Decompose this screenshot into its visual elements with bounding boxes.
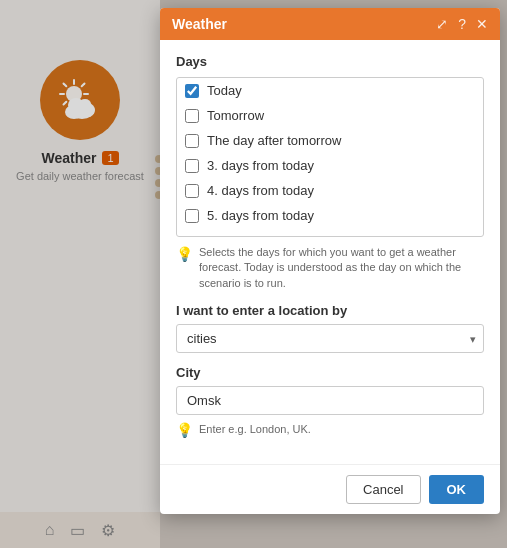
days-hint-icon: 💡 — [176, 246, 193, 262]
dialog-title: Weather — [172, 16, 227, 32]
dialog-footer: Cancel OK — [160, 464, 500, 514]
location-label: I want to enter a location by — [176, 303, 484, 318]
days-label: Days — [176, 54, 484, 69]
dialog-body: Days Today Tomorrow The day after tomorr… — [160, 40, 500, 464]
checkbox-4days-label: 4. days from today — [207, 183, 314, 198]
checkbox-tomorrow-label: Tomorrow — [207, 108, 264, 123]
city-section: City 💡 Enter e.g. London, UK. — [176, 365, 484, 438]
cancel-button[interactable]: Cancel — [346, 475, 420, 504]
location-select-wrapper: cities coordinates zip code ▾ — [176, 324, 484, 353]
city-hint-text: Enter e.g. London, UK. — [199, 422, 311, 437]
location-select[interactable]: cities coordinates zip code — [176, 324, 484, 353]
checkbox-item-today[interactable]: Today — [177, 78, 483, 103]
checkbox-5days[interactable] — [185, 209, 199, 223]
days-hint-row: 💡 Selects the days for which you want to… — [176, 245, 484, 291]
days-hint-text: Selects the days for which you want to g… — [199, 245, 484, 291]
checkbox-tomorrow[interactable] — [185, 109, 199, 123]
checkbox-item-3days[interactable]: 3. days from today — [177, 153, 483, 178]
checkbox-4days[interactable] — [185, 184, 199, 198]
checkbox-today[interactable] — [185, 84, 199, 98]
checkbox-today-label: Today — [207, 83, 242, 98]
checkbox-day-after-label: The day after tomorrow — [207, 133, 341, 148]
city-label: City — [176, 365, 484, 380]
close-icon[interactable]: ✕ — [476, 16, 488, 32]
checkbox-item-tomorrow[interactable]: Tomorrow — [177, 103, 483, 128]
expand-icon[interactable]: ⤢ — [436, 16, 448, 32]
checkbox-item-5days[interactable]: 5. days from today — [177, 203, 483, 228]
checkbox-day-after[interactable] — [185, 134, 199, 148]
city-hint-row: 💡 Enter e.g. London, UK. — [176, 421, 484, 438]
dialog-header-icons: ⤢ ? ✕ — [436, 16, 488, 32]
dialog-header: Weather ⤢ ? ✕ — [160, 8, 500, 40]
ok-button[interactable]: OK — [429, 475, 485, 504]
checkbox-3days[interactable] — [185, 159, 199, 173]
checkbox-item-day-after[interactable]: The day after tomorrow — [177, 128, 483, 153]
city-input[interactable] — [176, 386, 484, 415]
checkbox-3days-label: 3. days from today — [207, 158, 314, 173]
days-section: Days Today Tomorrow The day after tomorr… — [176, 54, 484, 291]
checkbox-5days-label: 5. days from today — [207, 208, 314, 223]
checkbox-item-4days[interactable]: 4. days from today — [177, 178, 483, 203]
help-icon[interactable]: ? — [458, 16, 466, 32]
city-hint-icon: 💡 — [176, 422, 193, 438]
weather-dialog: Weather ⤢ ? ✕ Days Today Tomorrow — [160, 8, 500, 514]
location-section: I want to enter a location by cities coo… — [176, 303, 484, 353]
days-checkbox-list[interactable]: Today Tomorrow The day after tomorrow 3.… — [176, 77, 484, 237]
